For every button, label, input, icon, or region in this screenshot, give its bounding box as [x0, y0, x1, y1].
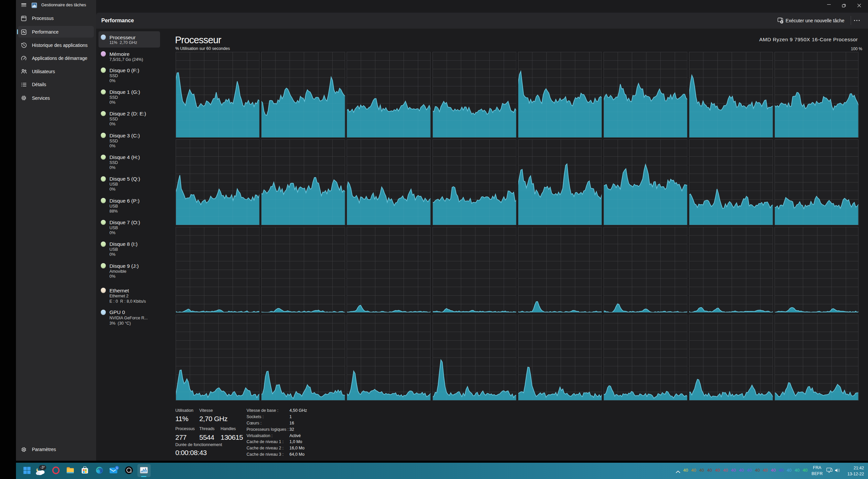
svg-text:1: 1 — [116, 466, 118, 470]
svg-text:-3°: -3° — [40, 466, 45, 469]
